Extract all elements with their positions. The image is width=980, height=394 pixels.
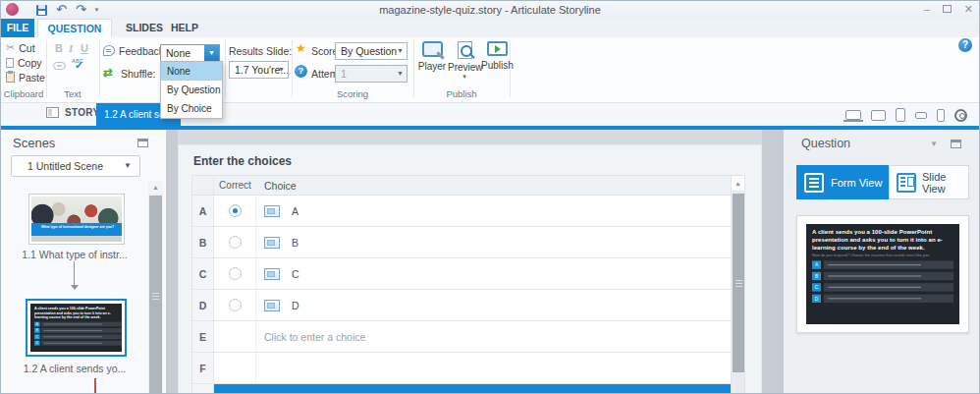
tab-file[interactable]: FILE bbox=[1, 19, 34, 37]
title-bar: ↶ ↷ ▾ magazine-style-quiz.story - Articu… bbox=[1, 1, 979, 19]
shuffle-icon: ⇄ bbox=[103, 67, 113, 79]
cut-button[interactable]: ✂ Cut bbox=[6, 41, 35, 54]
tab-question[interactable]: QUESTION bbox=[37, 19, 112, 37]
player-button[interactable]: Player bbox=[416, 41, 448, 72]
slide-view-button[interactable]: Slide View bbox=[889, 165, 969, 199]
scenes-scrollbar[interactable]: ▲ bbox=[148, 181, 163, 394]
choice-cell[interactable]: C bbox=[256, 258, 731, 289]
minimize-button[interactable]: – bbox=[924, 2, 930, 16]
collapse-panel-icon[interactable] bbox=[951, 140, 961, 148]
flow-arrow bbox=[74, 261, 75, 285]
form-view-button[interactable]: Form View bbox=[796, 165, 889, 199]
choice-cell[interactable]: A bbox=[256, 196, 731, 226]
slide-1-2-mini: A client sends you a 100-slide PowerPoin… bbox=[30, 304, 122, 352]
scenes-panel: Scenes 1 Untitled Scene ▼ What type of i… bbox=[1, 130, 166, 394]
feedback-dropdown-menu: None By Question By Choice bbox=[160, 61, 223, 119]
image-placeholder-icon[interactable] bbox=[264, 205, 280, 217]
correct-radio[interactable] bbox=[229, 267, 242, 280]
scenes-scrollbar-thumb[interactable] bbox=[149, 196, 162, 394]
tab-help[interactable]: HELP bbox=[163, 19, 206, 37]
image-placeholder-icon[interactable] bbox=[264, 300, 280, 311]
table-scrollbar-thumb[interactable] bbox=[733, 194, 744, 372]
choice-cell[interactable] bbox=[256, 353, 731, 383]
slide-thumbnail-1-2-selected[interactable]: A client sends you a 100-slide PowerPoin… bbox=[26, 299, 127, 357]
copy-icon bbox=[6, 58, 14, 68]
attempts-help-icon: ? bbox=[295, 65, 307, 78]
shuffle-label: Shuffle: bbox=[121, 68, 155, 80]
table-scrollbar[interactable]: ▲ bbox=[731, 176, 744, 394]
answer-options: A B C D bbox=[812, 261, 953, 304]
feedback-dropdown[interactable]: None ▼ bbox=[160, 44, 220, 62]
scroll-up-icon[interactable]: ▲ bbox=[148, 181, 163, 194]
menu-item-by-question[interactable]: By Question bbox=[161, 81, 222, 99]
publish-group-label: Publish bbox=[413, 88, 510, 99]
italic-button[interactable]: I bbox=[69, 42, 73, 54]
tablet-portrait-icon[interactable] bbox=[896, 108, 905, 122]
phone-landscape-icon[interactable] bbox=[915, 112, 927, 119]
panel-dropdown-caret-icon[interactable]: ▼ bbox=[930, 140, 938, 148]
dropdown-caret-icon[interactable]: ▼ bbox=[204, 45, 219, 61]
maximize-button[interactable] bbox=[943, 5, 952, 13]
text-group-label: Text bbox=[46, 88, 99, 99]
results-slide-dropdown[interactable]: 1.7 You're... ▼ bbox=[229, 61, 289, 79]
collapse-panel-icon[interactable] bbox=[137, 139, 148, 147]
paste-icon bbox=[6, 72, 15, 83]
window-title: magazine-style-quiz.story - Articulate S… bbox=[1, 4, 979, 16]
image-placeholder-icon[interactable] bbox=[264, 268, 280, 280]
choice-cell[interactable]: Click to enter a choice bbox=[256, 321, 731, 352]
phone-portrait-icon[interactable] bbox=[937, 109, 945, 122]
close-button[interactable]: ✕ bbox=[964, 2, 973, 16]
correct-radio-selected[interactable] bbox=[229, 204, 242, 217]
preview-icon bbox=[458, 41, 472, 59]
panel-splitter[interactable] bbox=[166, 130, 178, 394]
view-tab-bar: STORY VIEW 1.2 A client se... bbox=[1, 103, 979, 126]
table-row[interactable]: B B bbox=[192, 227, 744, 258]
laptop-icon[interactable] bbox=[845, 110, 861, 120]
attempts-dropdown[interactable]: 1 ▼ bbox=[335, 65, 408, 83]
preview-button[interactable]: Preview ▾ bbox=[448, 41, 481, 81]
scenes-panel-title: Scenes bbox=[13, 136, 55, 150]
publish-button[interactable]: Publish bbox=[481, 41, 513, 71]
copy-button[interactable]: Copy bbox=[6, 56, 42, 69]
scene-selector-dropdown[interactable]: 1 Untitled Scene ▼ bbox=[11, 155, 140, 177]
slide-thumbnail-1-1[interactable]: What type of instructional designer are … bbox=[28, 194, 125, 245]
choice-cell[interactable]: B bbox=[256, 227, 731, 257]
table-row[interactable]: E Click to enter a choice bbox=[192, 321, 744, 353]
dropdown-caret-icon: ▼ bbox=[397, 43, 404, 59]
slide-preview[interactable]: A client sends you a 100-slide PowerPoin… bbox=[796, 215, 969, 333]
table-row[interactable]: A A bbox=[192, 196, 744, 227]
feedback-icon bbox=[103, 45, 115, 56]
option-bar bbox=[824, 261, 953, 269]
spellcheck-button[interactable]: ABC bbox=[72, 58, 87, 64]
choice-cell[interactable]: D bbox=[256, 290, 731, 320]
slide-1-2-caption: 1.2 A client sends yo... bbox=[1, 363, 148, 374]
slide-1-1-caption: 1.1 What type of instr... bbox=[1, 249, 148, 260]
device-preview-icons bbox=[845, 108, 967, 122]
menu-item-none[interactable]: None bbox=[161, 62, 222, 81]
scroll-up-icon[interactable]: ▲ bbox=[732, 176, 744, 192]
table-row[interactable]: D D bbox=[192, 290, 744, 321]
score-dropdown[interactable]: By Question ▼ bbox=[335, 42, 408, 60]
paste-button[interactable]: Paste bbox=[6, 71, 45, 84]
option-badge: B bbox=[812, 272, 821, 280]
underline-button[interactable]: U bbox=[81, 42, 88, 54]
table-row[interactable]: F bbox=[192, 353, 744, 384]
choice-cell[interactable] bbox=[256, 384, 731, 394]
bold-button[interactable]: B bbox=[55, 42, 63, 54]
connector-line bbox=[94, 378, 96, 394]
panel-gutter bbox=[762, 130, 784, 394]
tablet-landscape-icon[interactable] bbox=[871, 110, 886, 121]
help-icon[interactable]: ? bbox=[958, 38, 972, 52]
menu-item-by-choice[interactable]: By Choice bbox=[161, 99, 222, 118]
correct-radio[interactable] bbox=[229, 299, 242, 311]
gear-icon[interactable] bbox=[954, 109, 967, 122]
table-row-selected[interactable]: G bbox=[192, 384, 744, 394]
preview-caret-icon[interactable]: ▾ bbox=[448, 73, 481, 81]
dropdown-caret-icon: ▼ bbox=[278, 62, 285, 78]
dropdown-caret-icon: ▼ bbox=[124, 156, 132, 176]
image-placeholder-icon[interactable] bbox=[264, 237, 280, 249]
correct-radio[interactable] bbox=[229, 236, 242, 249]
table-row[interactable]: C C bbox=[192, 258, 744, 290]
link-icon[interactable] bbox=[53, 62, 66, 70]
option-badge: D bbox=[812, 295, 821, 303]
